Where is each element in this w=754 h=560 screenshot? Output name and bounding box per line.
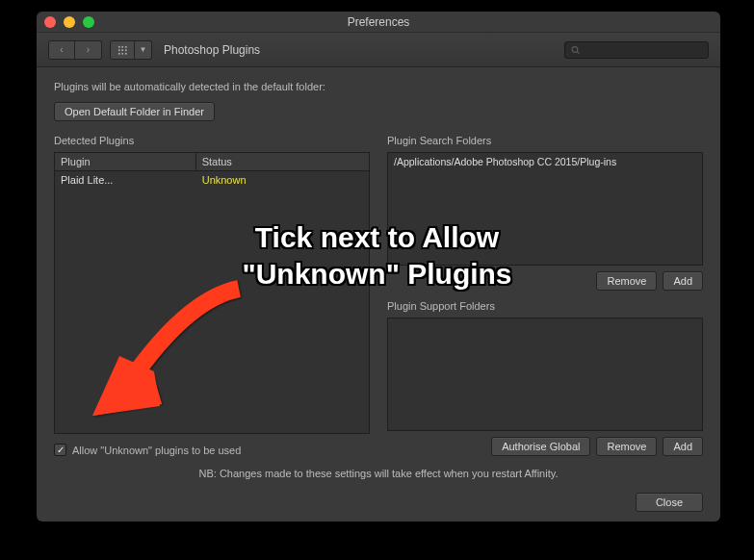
- chevron-right-icon: ›: [87, 44, 90, 55]
- table-header: Plugin Status: [55, 153, 369, 171]
- search-folders-list[interactable]: /Applications/Adobe Photoshop CC 2015/Pl…: [387, 152, 703, 266]
- search-icon: [571, 45, 580, 55]
- cell-plugin-status: Unknown: [196, 171, 369, 189]
- authorise-global-button[interactable]: Authorise Global: [491, 437, 590, 456]
- restart-note: NB: Changes made to these settings will …: [54, 468, 703, 479]
- detected-plugins-column: Detected Plugins Plugin Status Plaid Lit…: [54, 135, 370, 456]
- support-folders-buttons: Authorise Global Remove Add: [387, 437, 703, 456]
- chevron-left-icon: ‹: [60, 44, 63, 55]
- detected-plugins-heading: Detected Plugins: [54, 135, 370, 146]
- allow-unknown-label: Allow "Unknown" plugins to be used: [72, 445, 241, 456]
- description-text: Plugins will be automatically detected i…: [54, 81, 703, 92]
- titlebar: Preferences: [37, 12, 720, 33]
- check-icon: ✓: [57, 445, 65, 455]
- allow-unknown-checkbox[interactable]: ✓: [54, 444, 66, 456]
- close-window-icon[interactable]: [44, 16, 56, 28]
- support-folders-heading: Plugin Support Folders: [387, 300, 703, 312]
- table-row[interactable]: Plaid Lite... Unknown: [55, 171, 369, 189]
- close-button[interactable]: Close: [636, 493, 703, 512]
- content-area: Plugins will be automatically detected i…: [37, 67, 720, 522]
- search-folders-heading: Plugin Search Folders: [387, 135, 703, 146]
- preferences-window: Preferences ‹ › ▼ Photoshop Plugins Plug: [37, 12, 720, 522]
- minimize-window-icon[interactable]: [64, 16, 75, 28]
- cell-plugin-name: Plaid Lite...: [55, 171, 196, 189]
- detected-plugins-table[interactable]: Plugin Status Plaid Lite... Unknown: [54, 152, 370, 434]
- add-support-folder-button[interactable]: Add: [663, 437, 703, 456]
- toolbar: ‹ › ▼ Photoshop Plugins: [37, 33, 720, 67]
- allow-unknown-row: ✓ Allow "Unknown" plugins to be used: [54, 444, 370, 456]
- window-controls: [44, 16, 94, 28]
- columns: Detected Plugins Plugin Status Plaid Lit…: [54, 135, 703, 456]
- search-input[interactable]: [584, 44, 702, 55]
- list-item[interactable]: /Applications/Adobe Photoshop CC 2015/Pl…: [388, 153, 702, 170]
- forward-button[interactable]: ›: [75, 40, 102, 60]
- search-field[interactable]: [564, 41, 709, 59]
- svg-line-1: [577, 51, 579, 53]
- remove-search-folder-button[interactable]: Remove: [596, 271, 657, 291]
- column-status[interactable]: Status: [196, 153, 369, 170]
- nav-buttons: ‹ ›: [48, 40, 102, 60]
- view-switcher: ▼: [110, 40, 152, 60]
- chevron-down-icon: ▼: [140, 45, 147, 54]
- grid-icon: [117, 45, 127, 55]
- add-search-folder-button[interactable]: Add: [663, 271, 703, 291]
- view-dropdown-button[interactable]: ▼: [135, 40, 152, 60]
- section-label: Photoshop Plugins: [164, 43, 260, 57]
- support-folders-list[interactable]: [387, 318, 703, 431]
- svg-point-0: [572, 46, 578, 52]
- grid-view-button[interactable]: [110, 40, 135, 60]
- remove-support-folder-button[interactable]: Remove: [596, 437, 657, 456]
- open-default-folder-button[interactable]: Open Default Folder in Finder: [54, 102, 215, 121]
- plugin-folders-column: Plugin Search Folders /Applications/Adob…: [387, 135, 703, 456]
- column-plugin[interactable]: Plugin: [55, 153, 196, 170]
- window-title: Preferences: [37, 15, 720, 29]
- back-button[interactable]: ‹: [48, 40, 75, 60]
- zoom-window-icon[interactable]: [83, 16, 94, 28]
- search-folders-buttons: Remove Add: [387, 271, 703, 291]
